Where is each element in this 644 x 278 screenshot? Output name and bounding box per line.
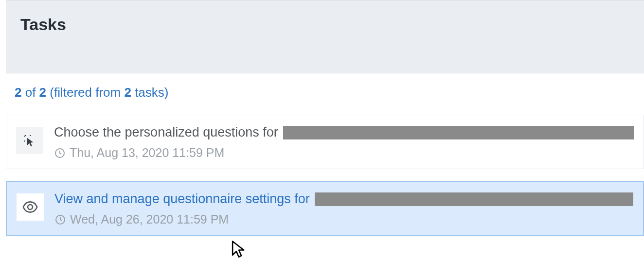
task-title: View and manage questionnaire settings f… [54, 191, 310, 208]
tasks-list: Choose the personalized questions for Th… [6, 115, 644, 236]
filter-summary: 2 of 2 (filtered from 2 tasks) [0, 73, 644, 115]
tasks-header: Tasks [6, 0, 644, 73]
task-title-row: View and manage questionnaire settings f… [54, 191, 633, 208]
task-content: View and manage questionnaire settings f… [54, 191, 633, 226]
redacted-text [315, 192, 633, 206]
count-shown: 2 [15, 85, 21, 100]
task-due-date: Thu, Aug 13, 2020 11:59 PM [70, 146, 224, 160]
task-title-row: Choose the personalized questions for [54, 124, 634, 141]
task-due-date: Wed, Aug 26, 2020 11:59 PM [70, 212, 229, 226]
task-meta: Thu, Aug 13, 2020 11:59 PM [54, 146, 634, 160]
eye-icon [17, 193, 44, 221]
filtered-count: 2 [124, 85, 131, 100]
clock-icon [54, 214, 66, 226]
clock-icon [54, 147, 66, 159]
redacted-text [283, 126, 634, 139]
count-total: 2 [39, 85, 46, 100]
filtered-suffix: tasks) [131, 85, 169, 100]
mouse-cursor-icon [231, 240, 247, 258]
task-title: Choose the personalized questions for [54, 124, 278, 141]
svg-point-1 [28, 205, 33, 209]
task-row[interactable]: View and manage questionnaire settings f… [6, 181, 644, 236]
page-title: Tasks [20, 15, 629, 34]
task-content: Choose the personalized questions for Th… [54, 124, 634, 160]
task-row[interactable]: Choose the personalized questions for Th… [6, 115, 644, 169]
select-cursor-icon [16, 127, 43, 154]
task-meta: Wed, Aug 26, 2020 11:59 PM [54, 212, 633, 226]
of-label: of [21, 85, 39, 100]
filtered-prefix: (filtered from [46, 85, 124, 100]
